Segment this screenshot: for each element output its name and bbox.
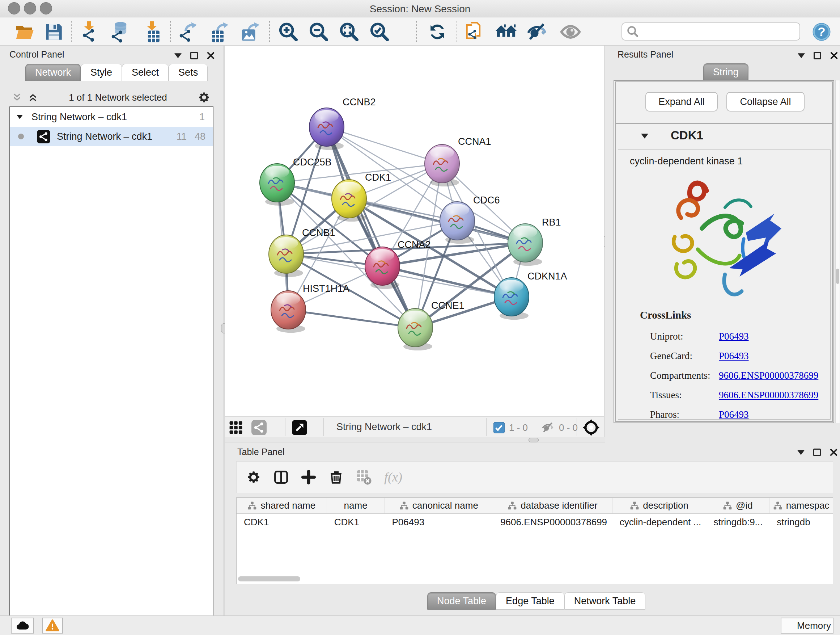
column-header[interactable]: database identifier — [493, 498, 613, 513]
export-image-icon[interactable] — [238, 20, 262, 43]
network-node-CDK1[interactable] — [332, 180, 366, 222]
tree-expand-icon[interactable] — [17, 115, 23, 119]
collapse-all-button[interactable]: Collapse All — [726, 92, 805, 111]
help-icon[interactable]: ? — [810, 20, 834, 43]
eye-icon[interactable] — [559, 20, 583, 43]
columns-icon[interactable] — [273, 470, 289, 485]
network-edge[interactable] — [327, 127, 442, 164]
gear-icon[interactable] — [197, 91, 210, 104]
warning-button[interactable] — [42, 618, 63, 633]
cell-namespace[interactable]: stringdb — [769, 514, 833, 530]
crosslink-pharos[interactable]: P06493 — [719, 405, 749, 424]
network-node-HIST1H1A[interactable] — [271, 291, 306, 333]
import-network-database-icon[interactable] — [108, 20, 132, 43]
zoom-fit-content-icon[interactable] — [337, 20, 361, 43]
close-panel-icon[interactable] — [207, 51, 215, 60]
close-panel-icon[interactable] — [829, 448, 838, 456]
cell-database-identifier[interactable]: 9606.ENSP00000378699 — [493, 514, 613, 530]
column-header[interactable]: shared name — [237, 498, 327, 513]
results-scrollbar[interactable] — [835, 80, 840, 423]
network-node-CCNE1[interactable] — [398, 309, 433, 350]
network-graph[interactable]: CCNB2CCNA1CDC25BCDK1CDC6RB1CCNB1CCNA2CDK… — [225, 46, 604, 416]
import-network-file-icon[interactable] — [77, 20, 101, 43]
network-node-CCNA2[interactable] — [365, 247, 400, 289]
float-panel-icon[interactable] — [190, 52, 198, 59]
network-edge[interactable] — [327, 127, 415, 328]
tab-network-table[interactable]: Network Table — [564, 592, 646, 610]
network-edge[interactable] — [382, 266, 512, 297]
glasses-slash-icon[interactable] — [525, 20, 549, 43]
column-header[interactable]: namespac — [769, 498, 833, 513]
export-network-icon[interactable] — [176, 20, 200, 43]
network-node-CCNB2[interactable] — [309, 108, 344, 150]
table-gear-icon[interactable] — [246, 470, 261, 485]
network-canvas[interactable]: CCNB2CCNA1CDC25BCDK1CDC6RB1CCNB1CCNA2CDK… — [225, 46, 604, 416]
function-builder-icon[interactable]: f(x) — [384, 470, 402, 485]
network-node-CDKN1A[interactable] — [494, 278, 529, 320]
tab-edge-table[interactable]: Edge Table — [496, 592, 564, 610]
float-panel-icon[interactable] — [813, 448, 821, 456]
cell-description[interactable]: cyclin-dependent ... — [613, 514, 706, 530]
crosshair-icon[interactable] — [581, 416, 601, 439]
tab-node-table[interactable]: Node Table — [427, 592, 496, 610]
crosslink-uniprot[interactable]: P06493 — [719, 326, 749, 346]
collapse-panel-icon[interactable] — [798, 53, 805, 58]
tab-style[interactable]: Style — [81, 64, 122, 81]
share-view-icon[interactable] — [249, 416, 269, 439]
birdseye-view-icon[interactable] — [289, 416, 309, 439]
export-table-icon[interactable] — [207, 20, 231, 43]
delete-table-icon[interactable] — [356, 469, 372, 485]
zoom-out-icon[interactable] — [307, 20, 331, 43]
column-header[interactable]: name — [327, 498, 385, 513]
network-collection-row[interactable]: String Network – cdk1 1 — [10, 107, 213, 127]
crosslink-compartments[interactable]: 9606.ENSP00000378699 — [719, 366, 818, 385]
memory-button[interactable]: Memory — [781, 618, 834, 633]
cloud-button[interactable] — [11, 618, 34, 633]
delete-column-icon[interactable] — [328, 470, 344, 485]
selected-checkbox-icon[interactable] — [493, 422, 505, 433]
column-header[interactable]: canonical name — [385, 498, 493, 513]
tab-network[interactable]: Network — [25, 64, 81, 81]
collapse-panel-icon[interactable] — [174, 53, 182, 58]
crosslink-genecard[interactable]: P06493 — [719, 346, 749, 366]
network-node-RB1[interactable] — [508, 224, 543, 266]
tab-sets[interactable]: Sets — [169, 64, 208, 81]
collapse-all-chevron-icon[interactable] — [27, 92, 38, 103]
network-node-CCNB1[interactable] — [269, 235, 303, 277]
grid-view-icon[interactable] — [226, 416, 246, 439]
expand-all-chevron-icon[interactable] — [11, 92, 22, 103]
cell-shared-name[interactable]: CDK1 — [237, 514, 327, 530]
gene-collapse-icon[interactable] — [641, 134, 648, 139]
network-node-CDC6[interactable] — [440, 202, 475, 244]
scrollbar-thumb[interactable] — [836, 269, 839, 284]
table-hscrollbar-thumb[interactable] — [238, 576, 300, 581]
tab-string[interactable]: String — [703, 63, 748, 81]
collapse-panel-icon[interactable] — [797, 450, 805, 455]
cell-id[interactable]: stringdb:9... — [706, 514, 769, 530]
network-row-selected[interactable]: String Network – cdk1 11 48 — [10, 127, 213, 146]
column-header[interactable]: @id — [706, 498, 769, 513]
refresh-view-icon[interactable] — [425, 20, 449, 43]
import-table-icon[interactable] — [140, 20, 164, 43]
zoom-selected-icon[interactable] — [368, 20, 392, 43]
network-node-CDC25B[interactable] — [260, 164, 294, 206]
save-session-icon[interactable] — [42, 20, 66, 43]
column-header[interactable]: description — [613, 498, 706, 513]
cell-name[interactable]: CDK1 — [327, 514, 385, 530]
search-input[interactable] — [642, 24, 799, 39]
table-row[interactable]: CDK1 CDK1 P06493 9606.ENSP00000378699 cy… — [237, 514, 833, 530]
float-panel-icon[interactable] — [813, 52, 821, 59]
open-session-icon[interactable] — [13, 20, 37, 43]
string-document-icon[interactable] — [464, 20, 488, 43]
expand-all-button[interactable]: Expand All — [645, 92, 718, 111]
horizontal-splitter-handle[interactable] — [529, 438, 538, 442]
cell-canonical-name[interactable]: P06493 — [385, 514, 493, 530]
tab-select[interactable]: Select — [122, 64, 169, 81]
network-edge[interactable] — [288, 310, 415, 328]
close-panel-icon[interactable] — [830, 51, 838, 60]
zoom-in-icon[interactable] — [276, 20, 300, 43]
add-column-icon[interactable] — [301, 470, 316, 485]
network-node-CCNA1[interactable] — [425, 144, 459, 187]
homes-icon[interactable] — [494, 20, 518, 43]
crosslink-tissues[interactable]: 9606.ENSP00000378699 — [719, 385, 818, 405]
